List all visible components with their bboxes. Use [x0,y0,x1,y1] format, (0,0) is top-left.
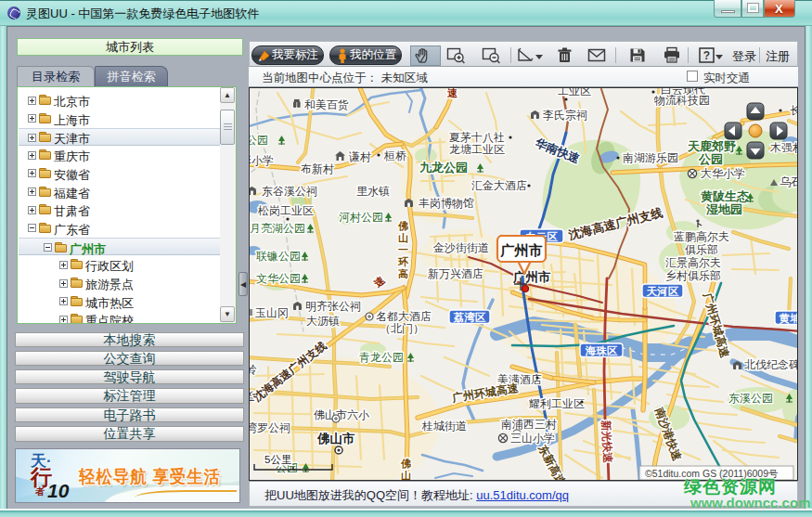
svg-text:龙塘工业区: 龙塘工业区 [449,143,505,156]
svg-text:环: 环 [397,256,409,267]
svg-text:九龙公园: 九龙公园 [419,161,468,174]
svg-text:名都大酒店: 名都大酒店 [376,310,432,323]
svg-text:（北门）: （北门） [380,322,424,335]
svg-text:月亮湖公园: 月亮湖公园 [250,222,305,235]
svg-text:南湖游乐园: 南湖游乐园 [623,151,678,164]
svg-text:佛山市六小: 佛山市六小 [314,408,369,421]
svg-text:丰岗博物馆: 丰岗博物馆 [419,197,474,210]
svg-text:荔湾区: 荔湾区 [453,311,486,323]
svg-text:东谷溪公祠: 东谷溪公祠 [262,185,317,198]
svg-text:天鹿郊野: 天鹿郊野 [687,139,736,153]
svg-text:新光快速: 新光快速 [600,419,614,463]
svg-text:俱乐部: 俱乐部 [685,243,718,256]
svg-text:谦村: 谦村 [348,150,371,163]
svg-text:海珠区: 海珠区 [585,345,618,356]
svg-text:大华小学: 大华小学 [701,167,745,180]
svg-text:高: 高 [398,268,408,279]
svg-text:新万兴酒店: 新万兴酒店 [428,267,483,280]
svg-text:布新村: 布新村 [301,162,334,175]
svg-text:东溪公园: 东溪公园 [728,392,773,405]
svg-text:物流科技园: 物流科技园 [653,94,710,107]
svg-text:洲公园: 洲公园 [250,134,268,147]
svg-text:和美百货: 和美百货 [304,98,349,111]
svg-text:长: 长 [790,104,798,117]
svg-text:桂城街道: 桂城街道 [421,420,467,433]
svg-text:明齐张公祠: 明齐张公祠 [305,300,361,313]
svg-text:?: ? [703,49,710,62]
svg-text:黄陂生态: 黄陂生态 [700,189,749,203]
svg-text:工业区: 工业区 [558,88,591,97]
svg-text:湿地园: 湿地园 [705,202,742,216]
svg-text:耀利工业区: 耀利工业区 [529,397,585,410]
svg-text:河村公园: 河村公园 [339,211,383,224]
svg-text:佛: 佛 [400,458,411,469]
svg-text:玉山冈: 玉山冈 [255,306,289,319]
svg-text:乡村俱乐部: 乡村俱乐部 [665,269,721,282]
svg-text:一: 一 [398,244,408,255]
svg-text:天河区: 天河区 [646,286,679,297]
svg-text:速: 速 [446,88,458,98]
svg-text:彩小学: 彩小学 [250,154,274,167]
svg-text:大沥镇: 大沥镇 [306,315,340,328]
svg-text:乌石: 乌石 [780,175,798,188]
svg-text:佛山市: 佛山市 [316,432,355,446]
svg-text:北伐纪念碑: 北伐纪念碑 [744,358,798,371]
svg-text:桓桥: 桓桥 [383,149,406,162]
svg-text:广州市: 广州市 [512,270,551,284]
svg-text:文华公园: 文华公园 [256,272,301,285]
svg-text:李氏宗祠: 李氏宗祠 [543,109,587,122]
svg-text:山: 山 [401,470,411,481]
svg-text:木强村: 木强村 [769,141,798,154]
svg-text:湾罗公祠: 湾罗公祠 [250,421,290,434]
svg-text:金沙街街道: 金沙街街道 [432,241,489,254]
svg-text:青龙公园: 青龙公园 [359,351,404,364]
svg-text:南浦西三村: 南浦西三村 [501,418,557,431]
svg-text:佛: 佛 [397,220,408,231]
svg-text:5公里: 5公里 [264,454,291,465]
svg-text:汇金大酒店: 汇金大酒店 [471,179,527,192]
svg-text:松岗工业区: 松岗工业区 [258,204,314,217]
svg-text:联镰公园: 联镰公园 [255,250,301,263]
svg-text:山: 山 [398,232,408,243]
svg-text:里水镇: 里水镇 [356,185,390,198]
svg-text:夏茅十八社: 夏茅十八社 [449,131,505,144]
svg-text:公园: 公园 [698,152,723,166]
svg-text:黄埔区: 黄埔区 [779,313,798,325]
svg-text:狮岭: 狮岭 [250,363,257,376]
svg-text:蓝鹏高尔夫: 蓝鹏高尔夫 [674,230,729,243]
svg-text:广州市: 广州市 [500,242,543,258]
svg-text:汇景高尔夫: 汇景高尔夫 [665,256,721,269]
